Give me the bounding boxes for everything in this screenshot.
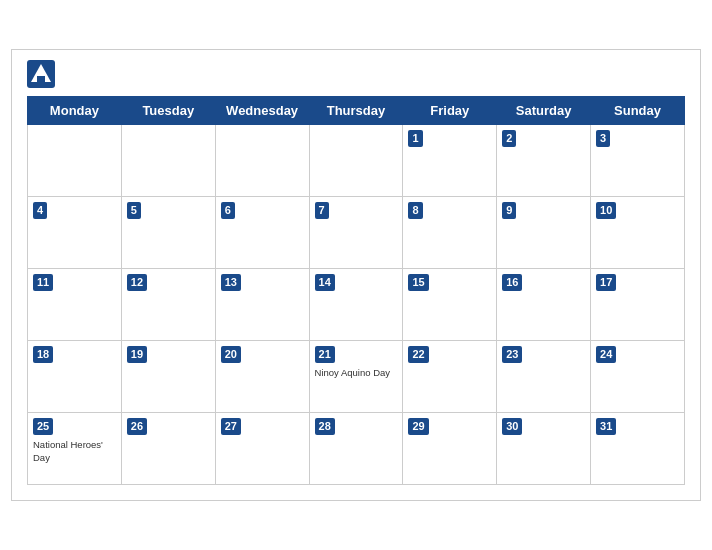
calendar-cell: 3 bbox=[591, 125, 685, 197]
generalblue-logo-icon bbox=[27, 60, 55, 88]
day-number: 12 bbox=[127, 274, 147, 291]
day-number: 18 bbox=[33, 346, 53, 363]
calendar-week-4: 18192021Ninoy Aquino Day222324 bbox=[28, 341, 685, 413]
weekday-header-tuesday: Tuesday bbox=[121, 97, 215, 125]
calendar-week-5: 25National Heroes' Day262728293031 bbox=[28, 413, 685, 485]
day-number: 8 bbox=[408, 202, 422, 219]
calendar-cell: 15 bbox=[403, 269, 497, 341]
day-number: 20 bbox=[221, 346, 241, 363]
calendar-cell: 4 bbox=[28, 197, 122, 269]
calendar-cell: 11 bbox=[28, 269, 122, 341]
calendar-cell: 29 bbox=[403, 413, 497, 485]
day-number: 16 bbox=[502, 274, 522, 291]
calendar-cell bbox=[309, 125, 403, 197]
calendar-container: MondayTuesdayWednesdayThursdayFridaySatu… bbox=[11, 49, 701, 501]
calendar-cell: 14 bbox=[309, 269, 403, 341]
day-number: 13 bbox=[221, 274, 241, 291]
day-number: 27 bbox=[221, 418, 241, 435]
day-number: 9 bbox=[502, 202, 516, 219]
day-number: 28 bbox=[315, 418, 335, 435]
weekday-header-row: MondayTuesdayWednesdayThursdayFridaySatu… bbox=[28, 97, 685, 125]
calendar-cell bbox=[215, 125, 309, 197]
calendar-cell: 17 bbox=[591, 269, 685, 341]
calendar-body: 123456789101112131415161718192021Ninoy A… bbox=[28, 125, 685, 485]
weekday-header-friday: Friday bbox=[403, 97, 497, 125]
calendar-cell: 16 bbox=[497, 269, 591, 341]
day-number: 2 bbox=[502, 130, 516, 147]
day-number: 30 bbox=[502, 418, 522, 435]
day-number: 11 bbox=[33, 274, 53, 291]
calendar-cell: 1 bbox=[403, 125, 497, 197]
day-number: 3 bbox=[596, 130, 610, 147]
day-number: 22 bbox=[408, 346, 428, 363]
day-number: 1 bbox=[408, 130, 422, 147]
day-number: 19 bbox=[127, 346, 147, 363]
svg-rect-2 bbox=[37, 76, 45, 82]
event-text: Ninoy Aquino Day bbox=[315, 367, 398, 379]
calendar-cell: 6 bbox=[215, 197, 309, 269]
calendar-cell: 24 bbox=[591, 341, 685, 413]
calendar-cell bbox=[121, 125, 215, 197]
calendar-cell: 8 bbox=[403, 197, 497, 269]
day-number: 4 bbox=[33, 202, 47, 219]
calendar-cell: 18 bbox=[28, 341, 122, 413]
day-number: 29 bbox=[408, 418, 428, 435]
calendar-cell: 30 bbox=[497, 413, 591, 485]
calendar-week-2: 45678910 bbox=[28, 197, 685, 269]
calendar-cell: 22 bbox=[403, 341, 497, 413]
calendar-cell: 9 bbox=[497, 197, 591, 269]
logo-area bbox=[27, 60, 59, 88]
day-number: 14 bbox=[315, 274, 335, 291]
calendar-cell: 27 bbox=[215, 413, 309, 485]
calendar-cell: 31 bbox=[591, 413, 685, 485]
day-number: 5 bbox=[127, 202, 141, 219]
day-number: 31 bbox=[596, 418, 616, 435]
day-number: 17 bbox=[596, 274, 616, 291]
day-number: 25 bbox=[33, 418, 53, 435]
calendar-header bbox=[27, 60, 685, 88]
event-text: National Heroes' Day bbox=[33, 439, 116, 464]
day-number: 26 bbox=[127, 418, 147, 435]
day-number: 21 bbox=[315, 346, 335, 363]
calendar-table: MondayTuesdayWednesdayThursdayFridaySatu… bbox=[27, 96, 685, 485]
calendar-cell: 7 bbox=[309, 197, 403, 269]
weekday-header-saturday: Saturday bbox=[497, 97, 591, 125]
day-number: 7 bbox=[315, 202, 329, 219]
day-number: 6 bbox=[221, 202, 235, 219]
weekday-header-sunday: Sunday bbox=[591, 97, 685, 125]
calendar-cell: 26 bbox=[121, 413, 215, 485]
calendar-cell: 12 bbox=[121, 269, 215, 341]
day-number: 10 bbox=[596, 202, 616, 219]
calendar-cell: 19 bbox=[121, 341, 215, 413]
weekday-header-wednesday: Wednesday bbox=[215, 97, 309, 125]
calendar-cell: 10 bbox=[591, 197, 685, 269]
day-number: 24 bbox=[596, 346, 616, 363]
country-label bbox=[605, 60, 685, 64]
calendar-cell bbox=[28, 125, 122, 197]
calendar-cell: 5 bbox=[121, 197, 215, 269]
calendar-week-1: 123 bbox=[28, 125, 685, 197]
calendar-cell: 23 bbox=[497, 341, 591, 413]
calendar-cell: 2 bbox=[497, 125, 591, 197]
calendar-cell: 20 bbox=[215, 341, 309, 413]
calendar-cell: 28 bbox=[309, 413, 403, 485]
day-number: 23 bbox=[502, 346, 522, 363]
day-number: 15 bbox=[408, 274, 428, 291]
calendar-cell: 13 bbox=[215, 269, 309, 341]
calendar-cell: 25National Heroes' Day bbox=[28, 413, 122, 485]
weekday-header-thursday: Thursday bbox=[309, 97, 403, 125]
calendar-thead: MondayTuesdayWednesdayThursdayFridaySatu… bbox=[28, 97, 685, 125]
weekday-header-monday: Monday bbox=[28, 97, 122, 125]
calendar-cell: 21Ninoy Aquino Day bbox=[309, 341, 403, 413]
calendar-week-3: 11121314151617 bbox=[28, 269, 685, 341]
